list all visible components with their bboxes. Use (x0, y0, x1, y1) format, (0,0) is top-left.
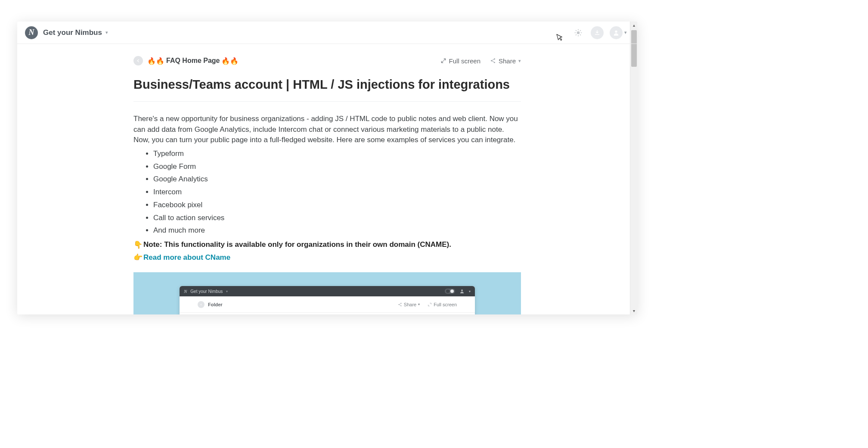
pointing-right-icon: 👉 (133, 253, 143, 262)
svg-point-0 (577, 31, 580, 34)
svg-line-8 (580, 30, 581, 31)
theme-toggle (445, 289, 455, 294)
breadcrumb-text: FAQ Home Page (166, 57, 220, 65)
embedded-fullscreen: Full screen (428, 302, 457, 307)
list-item: Facebook pixel (153, 199, 521, 212)
embedded-body: My Form (180, 313, 475, 314)
chevron-down-icon[interactable]: ▾ (105, 30, 108, 35)
avatar (610, 26, 623, 39)
note-text: Note: This functionality is available on… (143, 240, 451, 249)
chevron-down-icon: ▾ (518, 58, 521, 64)
folder-label: Folder (208, 302, 223, 307)
share-icon (490, 58, 496, 64)
fullscreen-label: Full screen (449, 57, 480, 65)
app-window: ▴ ▾ N Get your Nimbus ▾ ▾ (17, 22, 637, 314)
app-logo[interactable]: N (25, 26, 38, 39)
list-item: Typeform (153, 147, 521, 160)
fire-icon: 🔥🔥 (221, 57, 239, 65)
fullscreen-button[interactable]: Full screen (440, 57, 480, 65)
embedded-logo: N (184, 289, 187, 294)
share-label: Share (499, 57, 516, 65)
brand-dropdown[interactable]: Get your Nimbus (43, 28, 102, 37)
embedded-brand: Get your Nimbus (190, 289, 223, 294)
embedded-header: N Get your Nimbus ▾ ▾ (180, 286, 475, 296)
read-more-line: 👉 Read more about CName (133, 253, 521, 262)
pointing-down-icon: 👇 (133, 240, 143, 249)
mouse-cursor-icon (556, 32, 564, 41)
services-list: Typeform Google Form Google Analytics In… (153, 147, 521, 237)
page-title: Business/Teams account | HTML / JS injec… (133, 78, 521, 102)
share-icon (398, 302, 402, 307)
embedded-header-right: ▾ (445, 289, 471, 294)
content: 🔥🔥 FAQ Home Page 🔥🔥 Full screen (133, 44, 521, 314)
list-item: Google Form (153, 160, 521, 173)
list-item: And much more (153, 224, 521, 237)
chevron-down-icon: ▾ (624, 30, 627, 35)
sun-icon (574, 28, 583, 37)
embedded-breadcrumb: ‹ Folder (198, 301, 223, 308)
svg-point-11 (494, 58, 495, 59)
fire-icon: 🔥🔥 (147, 57, 164, 65)
chevron-down-icon: ▾ (226, 289, 228, 293)
user-menu[interactable]: ▾ (610, 26, 627, 39)
logo-letter: N (29, 28, 34, 37)
svg-point-15 (400, 303, 401, 304)
sub-header: 🔥🔥 FAQ Home Page 🔥🔥 Full screen (133, 56, 521, 65)
chevron-down-icon: ▾ (469, 289, 471, 293)
user-icon (459, 289, 465, 294)
svg-line-7 (576, 34, 577, 35)
svg-point-9 (615, 30, 617, 32)
header-right: ▾ (560, 22, 627, 44)
embedded-window: N Get your Nimbus ▾ ▾ ‹ (180, 286, 475, 314)
list-item: Google Analytics (153, 173, 521, 186)
intro-paragraph: There's a new opportunity for business o… (133, 114, 521, 146)
back-button[interactable] (133, 56, 143, 65)
app-header: N Get your Nimbus ▾ ▾ (17, 22, 637, 44)
svg-point-16 (400, 305, 401, 306)
list-item: Intercom (153, 186, 521, 199)
theme-toggle-button[interactable] (572, 26, 585, 39)
note-line: 👇 Note: This functionality is available … (133, 240, 521, 249)
fullscreen-icon (440, 58, 446, 64)
svg-line-5 (576, 30, 577, 31)
download-button[interactable] (591, 26, 604, 39)
read-more-link[interactable]: Read more about CName (143, 253, 230, 262)
chevron-left-icon (136, 59, 140, 63)
svg-line-6 (580, 34, 581, 35)
embedded-sub-header: ‹ Folder Share ▾ Full screen (180, 296, 475, 313)
sub-actions: Full screen Share ▾ (440, 57, 521, 65)
share-button[interactable]: Share ▾ (490, 57, 521, 65)
app-body: 🔥🔥 FAQ Home Page 🔥🔥 Full screen (17, 44, 637, 314)
embedded-screenshot: N Get your Nimbus ▾ ▾ ‹ (133, 272, 521, 314)
breadcrumb-title: 🔥🔥 FAQ Home Page 🔥🔥 (147, 57, 239, 65)
svg-point-13 (461, 289, 463, 291)
breadcrumb[interactable]: 🔥🔥 FAQ Home Page 🔥🔥 (133, 56, 239, 65)
embedded-actions: Share ▾ Full screen (398, 302, 457, 307)
fullscreen-icon (428, 302, 432, 307)
download-icon (594, 30, 600, 36)
svg-point-12 (494, 62, 495, 63)
user-icon (613, 29, 620, 36)
embedded-share: Share ▾ (398, 302, 420, 307)
back-icon: ‹ (198, 301, 205, 308)
list-item: Call to action services (153, 212, 521, 224)
